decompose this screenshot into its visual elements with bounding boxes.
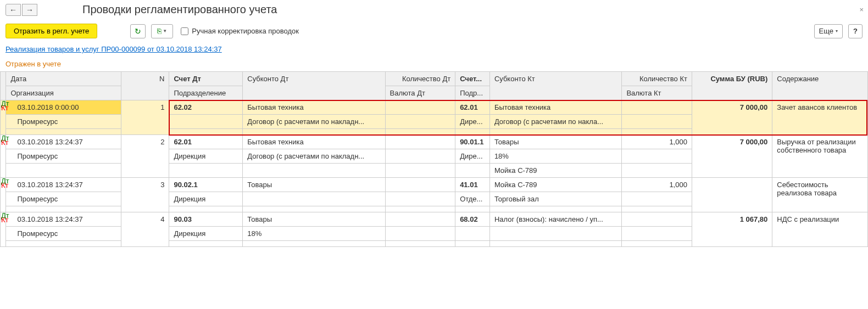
cell-n[interactable]: 2: [121, 135, 169, 178]
cell-qty-dt[interactable]: [385, 100, 455, 115]
cell-empty[interactable]: [6, 129, 121, 135]
nav-forward-button[interactable]: →: [22, 4, 37, 16]
cell-sub-dt[interactable]: Товары: [243, 212, 385, 227]
cell-sub-dt-2[interactable]: Договор (с расчетами по накладн...: [243, 149, 385, 164]
cell-empty[interactable]: [455, 241, 490, 247]
cell-sum[interactable]: 7 000,00: [692, 135, 772, 178]
table-row[interactable]: ДтКт 03.10.2018 13:24:37 4 90.03 Товары …: [1, 212, 868, 227]
cell-sub-kt[interactable]: Товары: [489, 135, 622, 149]
table-row[interactable]: ДтКт 03.10.2018 13:24:37 2 62.01 Бытовая…: [1, 135, 868, 149]
cell-org[interactable]: Промресурс: [6, 192, 121, 206]
cell-sub-kt[interactable]: Налог (взносы): начислено / уп...: [489, 212, 622, 227]
th-currency-dt[interactable]: Валюта Дт: [385, 86, 455, 100]
cell-date[interactable]: 03.10.2018 13:24:37: [6, 178, 121, 192]
cell-acc-kt[interactable]: 62.01: [455, 100, 490, 115]
cell-sub-dt-3[interactable]: [243, 206, 385, 212]
cell-empty[interactable]: [622, 129, 692, 135]
manual-correction-checkbox[interactable]: [181, 27, 188, 35]
copy-dropdown-button[interactable]: ⎘▼: [151, 24, 173, 38]
cell-empty[interactable]: [455, 164, 490, 178]
cell-empty[interactable]: [385, 164, 455, 178]
help-button[interactable]: ?: [848, 24, 863, 38]
cell-sub-kt-2[interactable]: [489, 227, 622, 241]
cell-n[interactable]: 3: [121, 178, 169, 212]
cell-date[interactable]: 03.10.2018 13:24:37: [6, 212, 121, 227]
cell-sub-kt-2[interactable]: 18%: [489, 149, 622, 164]
cell-content[interactable]: Выручка от реализации собственного товар…: [772, 135, 868, 178]
cell-qty-kt[interactable]: [622, 100, 692, 115]
cell-currency-kt[interactable]: [622, 115, 692, 129]
cell-org[interactable]: Промресурс: [6, 227, 121, 241]
nav-back-button[interactable]: ←: [5, 4, 21, 16]
cell-acc-kt[interactable]: 41.01: [455, 178, 490, 192]
cell-empty[interactable]: [385, 241, 455, 247]
cell-qty-kt[interactable]: [622, 212, 692, 227]
cell-content[interactable]: НДС с реализации: [772, 212, 868, 247]
cell-acc-kt[interactable]: 90.01.1: [455, 135, 490, 149]
cell-acc-dt[interactable]: 62.02: [169, 100, 243, 115]
cell-sub-dt-3[interactable]: [243, 164, 385, 178]
cell-empty[interactable]: [622, 241, 692, 247]
cell-empty[interactable]: [6, 241, 121, 247]
cell-div-kt[interactable]: Дире...: [455, 115, 490, 129]
cell-empty[interactable]: [385, 129, 455, 135]
cell-sub-dt-3[interactable]: [243, 241, 385, 247]
cell-empty[interactable]: [169, 206, 243, 212]
cell-empty[interactable]: [622, 164, 692, 178]
cell-n[interactable]: 4: [121, 212, 169, 247]
cell-empty[interactable]: [6, 164, 121, 178]
refresh-button[interactable]: ↻: [130, 24, 146, 38]
cell-sub-kt-3[interactable]: [489, 129, 622, 135]
cell-empty[interactable]: [6, 206, 121, 212]
cell-currency-kt[interactable]: [622, 192, 692, 206]
cell-acc-kt[interactable]: 68.02: [455, 212, 490, 227]
cell-currency-dt[interactable]: [385, 227, 455, 241]
cell-acc-dt[interactable]: 62.01: [169, 135, 243, 149]
th-qty-kt[interactable]: Количество Кт: [622, 72, 692, 86]
th-sum[interactable]: Сумма БУ (RUB): [692, 72, 772, 100]
cell-sub-kt[interactable]: Мойка С-789: [489, 178, 622, 192]
cell-empty[interactable]: [169, 129, 243, 135]
cell-div-kt[interactable]: Отде...: [455, 192, 490, 206]
th-division[interactable]: Подразделение: [169, 86, 243, 100]
cell-division[interactable]: Дирекция: [169, 227, 243, 241]
cell-sub-dt-3[interactable]: [243, 129, 385, 135]
th-acc-dt[interactable]: Счет Дт: [169, 72, 243, 86]
th-currency-kt[interactable]: Валюта Кт: [622, 86, 692, 100]
th-qty-dt[interactable]: Количество Дт: [385, 72, 455, 86]
cell-acc-dt[interactable]: 90.03: [169, 212, 243, 227]
cell-currency-kt[interactable]: [622, 227, 692, 241]
cell-div-kt[interactable]: [455, 227, 490, 241]
cell-sub-kt-2[interactable]: Торговый зал: [489, 192, 622, 206]
cell-content[interactable]: Зачет авансов клиентов: [772, 100, 868, 135]
cell-sum[interactable]: 1 067,80: [692, 212, 772, 247]
th-date[interactable]: Дата: [6, 72, 121, 86]
cell-org[interactable]: Промресурс: [6, 115, 121, 129]
more-button[interactable]: Еще ▾: [814, 24, 843, 38]
cell-content[interactable]: Себестоимость реализова товара: [772, 178, 868, 212]
cell-sub-kt-3[interactable]: Мойка С-789: [489, 164, 622, 178]
cell-currency-dt[interactable]: [385, 115, 455, 129]
cell-empty[interactable]: [169, 164, 243, 178]
th-sub-dt[interactable]: Субконто Дт: [243, 72, 385, 100]
cell-qty-dt[interactable]: [385, 135, 455, 149]
cell-sum[interactable]: 7 000,00: [692, 100, 772, 135]
th-division-kt[interactable]: Подр...: [455, 86, 490, 100]
cell-sum[interactable]: [692, 178, 772, 212]
cell-qty-kt[interactable]: 1,000: [622, 135, 692, 149]
close-icon[interactable]: ×: [859, 5, 864, 14]
reflect-button[interactable]: Отразить в регл. учете: [5, 24, 97, 38]
cell-sub-dt-2[interactable]: Договор (с расчетами по накладн...: [243, 115, 385, 129]
cell-sub-dt[interactable]: Товары: [243, 178, 385, 192]
cell-division[interactable]: [169, 115, 243, 129]
cell-empty[interactable]: [169, 241, 243, 247]
cell-empty[interactable]: [455, 129, 490, 135]
cell-qty-kt[interactable]: 1,000: [622, 178, 692, 192]
cell-sub-dt-2[interactable]: 18%: [243, 227, 385, 241]
cell-sub-dt-2[interactable]: [243, 192, 385, 206]
cell-n[interactable]: 1: [121, 100, 169, 135]
cell-qty-dt[interactable]: [385, 212, 455, 227]
cell-empty[interactable]: [385, 206, 455, 212]
cell-empty[interactable]: [455, 206, 490, 212]
cell-sub-dt[interactable]: Бытовая техника: [243, 100, 385, 115]
